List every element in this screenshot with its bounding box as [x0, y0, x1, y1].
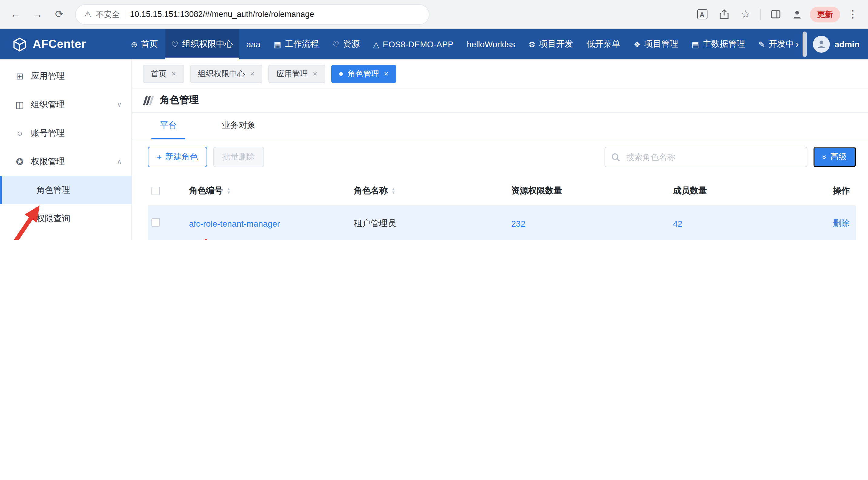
page-title-icon: [143, 95, 154, 105]
plus-icon: +: [157, 152, 162, 161]
address-bar[interactable]: ⚠ 不安全 10.15.15.151:13082/#/menu_auth/rol…: [75, 4, 430, 25]
resource-count-link[interactable]: 232: [511, 218, 525, 228]
close-icon[interactable]: ×: [172, 69, 176, 78]
tab-platform[interactable]: 平台: [160, 120, 177, 139]
nav-item-org-permission-center[interactable]: ♡组织权限中心: [165, 29, 239, 59]
workflow-icon: ▦: [274, 40, 281, 49]
browser-actions: A ☆ 更新 ⋮: [693, 5, 862, 23]
app-logo[interactable]: AFCenter: [12, 29, 125, 59]
page-title-row: 角色管理: [132, 89, 868, 113]
sort-icon[interactable]: ▲▼: [226, 187, 231, 194]
menu-dots-icon[interactable]: ⋮: [844, 5, 862, 23]
bookmark-star-icon[interactable]: ☆: [737, 5, 755, 23]
nav-label: helloWorldss: [467, 39, 515, 49]
search-icon: [611, 152, 620, 161]
nav-item-project-dev[interactable]: ⚙项目开发: [522, 29, 579, 59]
page-body: ⊞应用管理 ◫组织管理∨ ○账号管理 ✪权限管理∧ 角色管理 权限查询 权限调整…: [0, 59, 868, 240]
tab-role-mgmt[interactable]: 角色管理×: [331, 64, 397, 83]
sidebar-label: 组织管理: [31, 99, 65, 110]
nav-item-in-development[interactable]: ✎开发中: [752, 29, 794, 59]
nav-item-lowcode-menu[interactable]: 低开菜单: [580, 29, 626, 59]
toolbar-divider: [760, 9, 761, 20]
back-button[interactable]: ←: [6, 4, 26, 24]
top-nav: ⊕首页 ♡组织权限中心 aaa ▦工作流程 ♡资源 △EOS8-DEMO-APP…: [125, 29, 794, 59]
forward-button[interactable]: →: [28, 4, 47, 24]
pencil-icon: ✎: [758, 40, 765, 49]
nav-item-home[interactable]: ⊕首页: [125, 29, 164, 59]
nav-label: 开发中: [769, 39, 794, 50]
layers-icon: ▤: [692, 40, 699, 49]
nav-item-project-mgmt[interactable]: ❖项目管理: [627, 29, 684, 59]
nav-item-master-data[interactable]: ▤主数据管理: [686, 29, 751, 59]
side-panel-icon[interactable]: [766, 5, 784, 23]
sort-down-icon: ▼: [391, 190, 396, 194]
user-icon: ○: [14, 128, 25, 138]
tab-home[interactable]: 首页×: [143, 64, 184, 83]
user-avatar: [813, 36, 830, 53]
delete-link[interactable]: 删除: [833, 218, 850, 228]
permission-icon: ✪: [14, 156, 25, 167]
select-all-checkbox[interactable]: [151, 186, 160, 195]
browser-toolbar: ← → ⟳ ⚠ 不安全 10.15.15.151:13082/#/menu_au…: [0, 0, 868, 29]
heart-icon: ♡: [332, 40, 339, 49]
nav-scrollbar[interactable]: [803, 31, 807, 57]
sidebar-label: 角色管理: [36, 184, 70, 196]
nav-label: 资源: [343, 39, 360, 50]
col-actions: 操作: [833, 185, 850, 196]
sidebar-item-org-mgmt[interactable]: ◫组织管理∨: [0, 90, 131, 119]
sidebar-item-app-mgmt[interactable]: ⊞应用管理: [0, 62, 131, 90]
search-box[interactable]: [604, 147, 807, 167]
nav-item-helloworldss[interactable]: helloWorldss: [461, 29, 521, 59]
table-row[interactable]: afc-role-tenant-manager 租户管理员 232 42 删除: [148, 206, 856, 240]
sidebar-item-role-mgmt[interactable]: 角色管理: [0, 176, 131, 204]
tab-label: 首页: [151, 68, 166, 79]
close-icon[interactable]: ×: [313, 69, 317, 78]
sidebar-item-permission-adjust[interactable]: 权限调整: [0, 233, 131, 240]
new-role-button[interactable]: +新建角色: [148, 147, 207, 167]
stack-icon: ❖: [633, 40, 641, 49]
main-content: 首页× 组织权限中心× 应用管理× 角色管理× 角色管理 平台 业务对象 +新建…: [132, 59, 868, 240]
batch-delete-button[interactable]: 批量删除: [213, 147, 264, 167]
sidebar-item-account-mgmt[interactable]: ○账号管理: [0, 119, 131, 147]
nav-label: 项目开发: [539, 39, 573, 50]
tab-business-object[interactable]: 业务对象: [222, 120, 256, 139]
share-icon[interactable]: [715, 5, 733, 23]
active-tab-dot: [339, 72, 343, 76]
browser-window: ← → ⟳ ⚠ 不安全 10.15.15.151:13082/#/menu_au…: [0, 0, 868, 240]
nav-label: 低开菜单: [586, 39, 620, 50]
button-label: 新建角色: [165, 151, 198, 162]
nav-item-workflow[interactable]: ▦工作流程: [268, 29, 325, 59]
search-input[interactable]: [625, 152, 801, 162]
user-name: admin: [835, 39, 860, 49]
sort-down-icon: ▼: [226, 190, 231, 194]
close-icon[interactable]: ×: [384, 69, 389, 78]
nav-item-resources[interactable]: ♡资源: [326, 29, 366, 59]
nav-overflow-chevron-icon[interactable]: ›: [794, 29, 800, 59]
sidebar-item-permission-mgmt[interactable]: ✪权限管理∧: [0, 147, 131, 176]
profile-icon[interactable]: [788, 5, 806, 23]
translate-icon[interactable]: A: [693, 5, 711, 23]
not-secure-label: 不安全: [96, 9, 120, 20]
advanced-button[interactable]: »高级: [813, 147, 856, 167]
nav-item-eos8-demo-app[interactable]: △EOS8-DEMO-APP: [367, 29, 460, 59]
heart-icon: ♡: [172, 40, 178, 49]
user-menu[interactable]: admin: [813, 29, 860, 59]
role-id-link[interactable]: afc-role-tenant-manager: [189, 218, 280, 228]
row-checkbox[interactable]: [151, 218, 160, 227]
update-button[interactable]: 更新: [810, 6, 840, 22]
chevron-up-icon: ∧: [117, 157, 122, 166]
member-count-link[interactable]: 42: [673, 218, 682, 228]
close-icon[interactable]: ×: [250, 69, 254, 78]
sort-icon[interactable]: ▲▼: [391, 187, 396, 194]
tab-org-permission-center[interactable]: 组织权限中心×: [190, 64, 262, 83]
logo-text: AFCenter: [33, 37, 86, 51]
tab-app-mgmt[interactable]: 应用管理×: [268, 64, 325, 83]
sidebar-item-permission-query[interactable]: 权限查询: [0, 204, 131, 233]
reload-button[interactable]: ⟳: [50, 4, 69, 24]
url-text: 10.15.15.151:13082/#/menu_auth/role/role…: [130, 10, 314, 19]
nav-item-aaa[interactable]: aaa: [240, 29, 267, 59]
sidebar-label: 权限查询: [36, 213, 70, 224]
gear-icon: ⚙: [528, 40, 535, 49]
table-header: 角色编号▲▼ 角色名称▲▼ 资源权限数量 成员数量 操作: [148, 176, 856, 206]
col-role-name: 角色名称: [354, 185, 388, 196]
